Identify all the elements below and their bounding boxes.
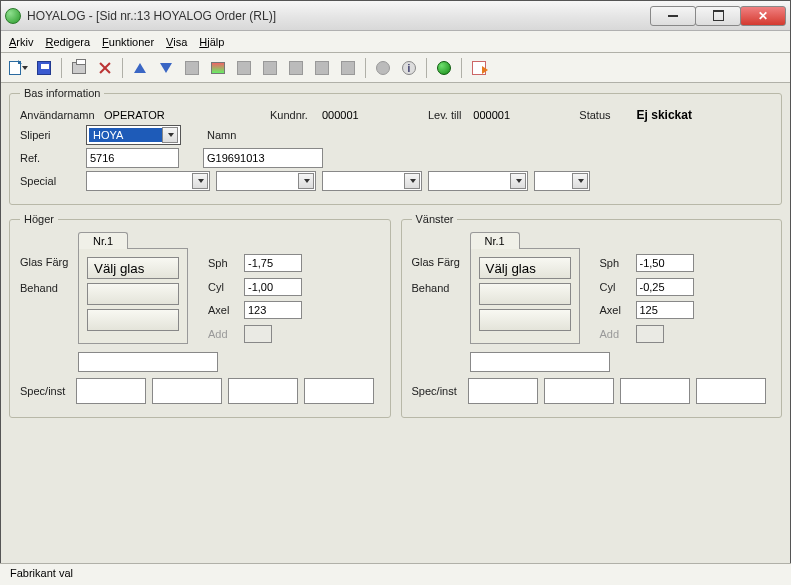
hoger-add-input xyxy=(244,325,272,343)
titlebar: HOYALOG - [Sid nr.:13 HOYALOG Order (RL)… xyxy=(1,1,790,31)
bas-legend: Bas information xyxy=(20,87,104,99)
hoger-sph-input[interactable] xyxy=(244,254,302,272)
hoger-legend: Höger xyxy=(20,213,58,225)
vanster-spec-4[interactable] xyxy=(696,378,766,404)
hoger-sph-label: Sph xyxy=(208,257,238,269)
hoger-glas-button[interactable]: Välj glas xyxy=(87,257,179,279)
hoger-spec-1[interactable] xyxy=(76,378,146,404)
hoger-spec-3[interactable] xyxy=(228,378,298,404)
vanster-spec-2[interactable] xyxy=(544,378,614,404)
chevron-down-icon xyxy=(162,127,178,143)
save-button[interactable] xyxy=(33,57,55,79)
anvandarnamn-label: Användarnamn xyxy=(20,109,98,121)
vanster-group: Vänster Nr.1 Glas Färg Behand Välj glas xyxy=(401,213,783,418)
vanster-cyl-input[interactable] xyxy=(636,278,694,296)
vanster-spec-1[interactable] xyxy=(468,378,538,404)
hoger-cyl-input[interactable] xyxy=(244,278,302,296)
hoger-farg-label: Färg xyxy=(46,256,69,282)
hoger-spec-4[interactable] xyxy=(304,378,374,404)
sliperi-select[interactable]: HOYA xyxy=(86,125,181,145)
hoger-extra-input[interactable] xyxy=(78,352,218,372)
info-button[interactable]: i xyxy=(398,57,420,79)
app-icon xyxy=(5,8,21,24)
hoger-add-label: Add xyxy=(208,328,238,340)
tool-2[interactable] xyxy=(207,57,229,79)
special-select-3[interactable] xyxy=(322,171,422,191)
menubar: Arkiv Redigera Funktioner Visa Hjälp xyxy=(1,31,790,53)
hoger-group: Höger Nr.1 Glas Färg Behand Välj glas xyxy=(9,213,391,418)
ref-label: Ref. xyxy=(20,152,80,164)
vanster-spec-label: Spec/inst xyxy=(412,385,462,397)
print-button[interactable] xyxy=(68,57,90,79)
tool-1[interactable] xyxy=(181,57,203,79)
vanster-extra-input[interactable] xyxy=(470,352,610,372)
hoger-behand-button[interactable] xyxy=(87,309,179,331)
up-button[interactable] xyxy=(129,57,151,79)
special-select-1[interactable] xyxy=(86,171,210,191)
status-label: Status xyxy=(579,109,610,121)
vanster-add-label: Add xyxy=(600,328,630,340)
vanster-behand-label: Behand xyxy=(412,282,450,308)
vanster-tab-1[interactable]: Nr.1 xyxy=(470,232,520,249)
exit-button[interactable] xyxy=(468,57,490,79)
special-label: Special xyxy=(20,175,80,187)
vanster-sph-label: Sph xyxy=(600,257,630,269)
special-select-2[interactable] xyxy=(216,171,316,191)
delete-button[interactable] xyxy=(94,57,116,79)
menu-visa[interactable]: Visa xyxy=(166,36,187,48)
down-button[interactable] xyxy=(155,57,177,79)
toolbar: i xyxy=(1,53,790,83)
namn-label: Namn xyxy=(207,129,236,141)
close-button[interactable]: ✕ xyxy=(740,6,786,26)
special-select-4[interactable] xyxy=(428,171,528,191)
vanster-add-input xyxy=(636,325,664,343)
kundnr-label: Kundnr. xyxy=(270,109,308,121)
menu-hjalp[interactable]: Hjälp xyxy=(199,36,224,48)
hoger-cyl-label: Cyl xyxy=(208,281,238,293)
menu-funktioner[interactable]: Funktioner xyxy=(102,36,154,48)
minimize-button[interactable] xyxy=(650,6,696,26)
status-value: Ej skickat xyxy=(637,108,692,122)
tool-7[interactable] xyxy=(337,57,359,79)
namn-input[interactable] xyxy=(203,148,323,168)
tool-6[interactable] xyxy=(311,57,333,79)
sliperi-label: Sliperi xyxy=(20,129,80,141)
bas-information-group: Bas information Användarnamn OPERATOR Ku… xyxy=(9,87,782,205)
tool-3[interactable] xyxy=(233,57,255,79)
tool-5[interactable] xyxy=(285,57,307,79)
hoger-spec-2[interactable] xyxy=(152,378,222,404)
vanster-axel-input[interactable] xyxy=(636,301,694,319)
new-button[interactable] xyxy=(7,57,29,79)
vanster-spec-3[interactable] xyxy=(620,378,690,404)
vanster-cyl-label: Cyl xyxy=(600,281,630,293)
window-title: HOYALOG - [Sid nr.:13 HOYALOG Order (RL)… xyxy=(27,9,651,23)
vanster-glas-button[interactable]: Välj glas xyxy=(479,257,571,279)
special-select-5[interactable] xyxy=(534,171,590,191)
vanster-glas-label: Glas xyxy=(412,256,435,282)
vanster-legend: Vänster xyxy=(412,213,458,225)
hoger-farg-button[interactable] xyxy=(87,283,179,305)
vanster-behand-button[interactable] xyxy=(479,309,571,331)
hoger-glas-label: Glas xyxy=(20,256,43,282)
vanster-farg-button[interactable] xyxy=(479,283,571,305)
hoger-spec-label: Spec/inst xyxy=(20,385,70,397)
ref-input[interactable] xyxy=(86,148,179,168)
globe-button[interactable] xyxy=(433,57,455,79)
tool-8[interactable] xyxy=(372,57,394,79)
vanster-sph-input[interactable] xyxy=(636,254,694,272)
menu-redigera[interactable]: Redigera xyxy=(45,36,90,48)
menu-arkiv[interactable]: Arkiv xyxy=(9,36,33,48)
levtill-label: Lev. till xyxy=(428,109,461,121)
anvandarnamn-value: OPERATOR xyxy=(104,109,224,121)
vanster-axel-label: Axel xyxy=(600,304,630,316)
hoger-axel-label: Axel xyxy=(208,304,238,316)
maximize-button[interactable] xyxy=(695,6,741,26)
kundnr-value: 000001 xyxy=(322,109,392,121)
vanster-farg-label: Färg xyxy=(437,256,460,282)
statusbar: Fabrikant val xyxy=(0,563,791,585)
hoger-axel-input[interactable] xyxy=(244,301,302,319)
tool-4[interactable] xyxy=(259,57,281,79)
hoger-behand-label: Behand xyxy=(20,282,58,308)
levtill-value: 000001 xyxy=(473,109,543,121)
hoger-tab-1[interactable]: Nr.1 xyxy=(78,232,128,249)
